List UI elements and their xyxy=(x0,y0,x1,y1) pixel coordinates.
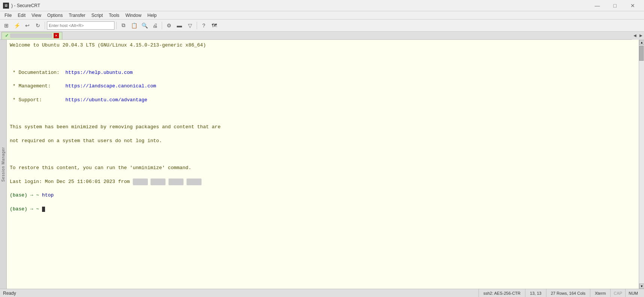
toolbar-map[interactable]: 🗺 xyxy=(209,21,219,30)
toolbar-minimize[interactable]: ▬ xyxy=(175,21,184,30)
title-controls: — □ ✕ xyxy=(589,1,641,10)
terminal-wrapper: Welcome to Ubuntu 20.04.3 LTS (GNU/Linux… xyxy=(7,40,639,289)
term-line-8: not required on a system that users do n… xyxy=(10,138,636,144)
toolbar-separator-4 xyxy=(197,22,197,29)
term-line-11: Last login: Mon Dec 25 11:06:01 2023 fro… xyxy=(10,178,636,185)
menu-options[interactable]: Options xyxy=(44,12,66,19)
toolbar-print[interactable]: 🖨 xyxy=(150,21,160,30)
menu-help[interactable]: Help xyxy=(144,12,160,19)
toolbar-settings[interactable]: ⚙ xyxy=(164,21,174,30)
minimize-button[interactable]: — xyxy=(589,1,606,10)
term-line-1: Welcome to Ubuntu 20.04.3 LTS (GNU/Linux… xyxy=(10,42,636,49)
tab-label: ██████ ████████ xyxy=(10,33,52,38)
tab-close-button[interactable]: ✕ xyxy=(54,33,59,38)
status-encryption: ssh2: AES-256-CTR xyxy=(478,289,525,297)
term-line-2 xyxy=(10,56,636,62)
terminal-scrollbar: ▲ ▼ xyxy=(639,40,644,289)
toolbar: ⊞ ⚡ ↩ ↻ ⧉ 📋 🔍 🖨 ⚙ ▬ ▽ ? 🗺 xyxy=(0,20,644,32)
status-dimensions: 27 Rows, 164 Cols xyxy=(546,289,590,297)
term-line-6 xyxy=(10,110,636,117)
status-terminal-type: Xterm xyxy=(590,289,610,297)
host-input[interactable] xyxy=(47,21,114,30)
status-ready: Ready xyxy=(3,291,478,296)
status-position: 13, 13 xyxy=(525,289,546,297)
toolbar-copy[interactable]: ⧉ xyxy=(119,21,128,30)
toolbar-reconnect[interactable]: ↩ xyxy=(23,21,32,30)
scroll-thumb[interactable] xyxy=(639,46,644,61)
tab-bar: ✓ ██████ ████████ ✕ ◀ ▶ xyxy=(0,32,644,40)
term-line-10: To restore this content, you can run the… xyxy=(10,165,636,171)
menu-edit[interactable]: Edit xyxy=(15,12,29,19)
menu-transfer[interactable]: Transfer xyxy=(66,12,88,19)
term-line-13: (base) → ~ xyxy=(10,206,636,213)
term-line-7: This system has been minimized by removi… xyxy=(10,124,636,130)
toolbar-lightning[interactable]: ⚡ xyxy=(12,21,22,30)
title-bar: 🖥 ) - SecureCRT — □ ✕ xyxy=(0,0,644,11)
scroll-up-button[interactable]: ▲ xyxy=(639,40,644,45)
term-line-9 xyxy=(10,151,636,158)
toolbar-clone[interactable]: ↻ xyxy=(33,21,43,30)
tab-navigation: ◀ ▶ xyxy=(632,32,644,40)
toolbar-separator-1 xyxy=(45,22,45,29)
scroll-track[interactable] xyxy=(639,45,644,284)
menu-tools[interactable]: Tools xyxy=(106,12,122,19)
toolbar-help[interactable]: ? xyxy=(199,21,209,30)
title-text: ) - SecureCRT xyxy=(11,3,40,8)
main-area: Session Manager Welcome to Ubuntu 20.04.… xyxy=(0,40,644,289)
status-num-lock: NUM xyxy=(625,289,641,297)
tab-next-button[interactable]: ▶ xyxy=(638,32,644,40)
menu-bar: File Edit View Options Transfer Script T… xyxy=(0,11,644,20)
toolbar-separator-3 xyxy=(162,22,162,29)
toolbar-paste[interactable]: 📋 xyxy=(129,21,139,30)
status-caps-lock: CAP xyxy=(610,289,625,297)
title-left: 🖥 ) - SecureCRT xyxy=(3,3,40,9)
menu-script[interactable]: Script xyxy=(88,12,106,19)
session-manager-label: Session Manager xyxy=(1,147,5,182)
app-icon: 🖥 xyxy=(3,3,9,9)
tab-status-icon: ✓ xyxy=(5,33,9,38)
status-bar: Ready ssh2: AES-256-CTR 13, 13 27 Rows, … xyxy=(0,289,644,297)
terminal-output[interactable]: Welcome to Ubuntu 20.04.3 LTS (GNU/Linux… xyxy=(7,40,639,289)
toolbar-separator-2 xyxy=(116,22,117,29)
menu-window[interactable]: Window xyxy=(122,12,144,19)
scroll-down-button[interactable]: ▼ xyxy=(639,284,644,289)
toolbar-filter[interactable]: ▽ xyxy=(185,21,195,30)
term-line-5: * Support: https://ubuntu.com/advantage xyxy=(10,97,636,104)
toolbar-find[interactable]: 🔍 xyxy=(140,21,149,30)
session-tab[interactable]: ✓ ██████ ████████ ✕ xyxy=(2,32,62,39)
session-manager-sidebar[interactable]: Session Manager xyxy=(0,40,7,289)
menu-file[interactable]: File xyxy=(2,12,15,19)
menu-view[interactable]: View xyxy=(29,12,44,19)
term-line-3: * Documentation: https://help.ubuntu.com xyxy=(10,69,636,76)
maximize-button[interactable]: □ xyxy=(606,1,623,10)
term-line-4: * Management: https://landscape.canonica… xyxy=(10,83,636,90)
close-button[interactable]: ✕ xyxy=(624,1,641,10)
toolbar-connect-sessions[interactable]: ⊞ xyxy=(2,21,11,30)
term-line-12: (base) → ~ htop xyxy=(10,192,636,199)
tab-prev-button[interactable]: ◀ xyxy=(632,32,638,40)
